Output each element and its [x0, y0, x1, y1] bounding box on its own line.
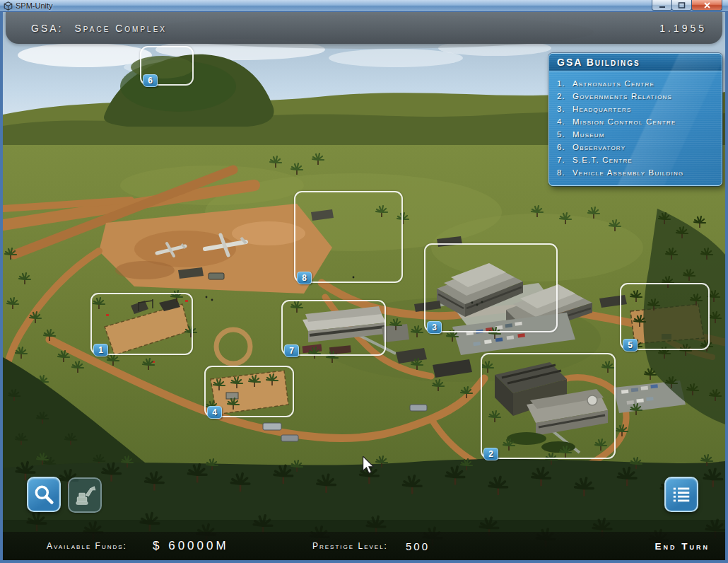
marker-number-badge: 3	[427, 321, 442, 334]
window-titlebar[interactable]: SPM-Unity	[0, 0, 728, 12]
map-marker-mission-control-centre[interactable]: 4	[204, 366, 294, 417]
close-button[interactable]	[691, 0, 722, 11]
map-marker-museum[interactable]: 5	[620, 283, 710, 350]
game-header: GSA: Space Complex 1.1955	[6, 12, 722, 44]
minimize-icon	[659, 2, 666, 8]
excavator-icon	[74, 484, 96, 506]
game-date: 1.1955	[659, 23, 707, 34]
maximize-icon	[678, 2, 686, 8]
agency-label: GSA:	[31, 23, 63, 34]
building-list-item-8: 8.Vehicle Assembly Building	[557, 166, 715, 179]
building-list-item-2: 2.Governments Relations	[557, 90, 715, 103]
marker-number-badge: 5	[623, 339, 638, 352]
building-list-item-3: 3.Headquarters	[557, 103, 715, 115]
minimize-button[interactable]	[652, 0, 672, 11]
marker-number-badge: 1	[93, 344, 108, 356]
maximize-button[interactable]	[671, 0, 692, 11]
map-marker-headquarters[interactable]: 3	[424, 243, 558, 332]
map-marker-observatory[interactable]: 6	[140, 46, 194, 86]
funds-label: Available Funds:	[47, 541, 127, 551]
funds-value: $ 60000M	[153, 539, 229, 553]
marker-number-badge: 7	[284, 344, 299, 357]
building-list-item-5: 5.Museum	[557, 128, 715, 141]
build-button[interactable]	[68, 477, 102, 513]
game-viewport: GSA: Space Complex 1.1955 GSA Buildings …	[3, 12, 725, 560]
marker-number-badge: 6	[143, 74, 158, 87]
list-icon	[671, 484, 692, 505]
zoom-button[interactable]	[27, 477, 61, 512]
map-marker-astronauts-centre[interactable]: 1	[90, 293, 193, 355]
map-marker-vehicle-assembly-building[interactable]: 8	[294, 191, 403, 283]
buildings-panel-title: GSA Buildings	[549, 54, 722, 71]
window-title: SPM-Unity	[16, 1, 53, 10]
map-marker-set-centre[interactable]: 7	[281, 300, 386, 356]
menu-button[interactable]	[664, 477, 698, 512]
status-bar: Available Funds: $ 60000M Prestige Level…	[3, 532, 725, 560]
building-list-item-1: 1.Astronauts Centre	[557, 77, 715, 90]
marker-number-badge: 8	[297, 272, 312, 284]
marker-number-badge: 4	[207, 406, 222, 419]
prestige-value: 500	[406, 540, 430, 552]
app-window: SPM-Unity	[0, 0, 728, 563]
prestige-label: Prestige Level:	[312, 541, 388, 551]
map-marker-governments-relations[interactable]: 2	[481, 353, 616, 459]
unity-logo-icon	[4, 1, 13, 11]
building-list-item-6: 6.Observatory	[557, 141, 715, 153]
building-list-item-7: 7.S.E.T. Centre	[557, 153, 715, 166]
close-icon	[704, 2, 710, 8]
page-title: Space Complex	[74, 23, 167, 34]
building-list-item-4: 4.Mission Control Centre	[557, 115, 715, 128]
marker-number-badge: 2	[483, 448, 498, 460]
end-turn-button[interactable]: End Turn	[655, 541, 710, 552]
buildings-panel: GSA Buildings 1.Astronauts Centre 2.Gove…	[548, 53, 722, 186]
magnifier-icon	[33, 483, 55, 506]
buildings-list: 1.Astronauts Centre 2.Governments Relati…	[549, 71, 722, 185]
window-controls	[652, 0, 722, 11]
